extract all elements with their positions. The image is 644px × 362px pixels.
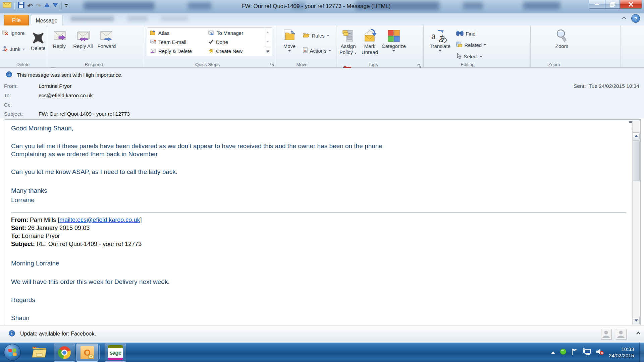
find-button[interactable]: Find: [454, 29, 488, 38]
categorize-label: Categorize: [382, 43, 406, 49]
next-item-icon[interactable]: [53, 3, 58, 9]
dropdown-arrow-icon: [22, 49, 25, 50]
delete-button[interactable]: Delete: [31, 29, 46, 65]
customize-qat-icon[interactable]: [64, 3, 68, 9]
quick-step-to-manager[interactable]: To Manager: [207, 28, 264, 38]
to-manager-icon: [208, 30, 214, 36]
help-icon[interactable]: ?: [631, 14, 640, 23]
quoted-to-line: To: Lorraine Pryor: [11, 232, 626, 240]
taskbar: O sage 10:33 24/02/2015: [0, 343, 644, 362]
taskbar-explorer-button[interactable]: [29, 344, 50, 361]
mark-unread-icon: [362, 28, 377, 43]
action-center-flag-icon[interactable]: [571, 348, 578, 357]
quick-step-done[interactable]: Done: [207, 38, 264, 47]
taskbar-clock[interactable]: 10:33 24/02/2015: [609, 346, 634, 359]
message-body[interactable]: Good Morning Shaun, Can you tell me if t…: [4, 119, 641, 326]
related-button[interactable]: Related: [454, 41, 488, 49]
quick-steps-more[interactable]: [264, 47, 271, 56]
people-pane-contact-icon[interactable]: [616, 329, 627, 340]
taskbar-divider: [101, 345, 101, 359]
zoom-button[interactable]: Zoom: [551, 27, 573, 63]
zoom-label: Zoom: [555, 43, 568, 49]
quick-steps-scrollbar: [264, 28, 271, 56]
reply-label: Reply: [53, 43, 66, 49]
scroll-down-arrow[interactable]: [633, 317, 640, 324]
folder-move-icon: [150, 30, 156, 36]
collapse-ribbon-icon[interactable]: [621, 15, 627, 21]
message-window-icon[interactable]: [3, 2, 11, 10]
sent-timestamp: Sent: Tue 24/02/2015 10:34: [574, 83, 639, 89]
restore-button[interactable]: [605, 0, 620, 9]
rules-button[interactable]: Rules: [301, 32, 332, 40]
quick-step-atlas[interactable]: Atlas: [149, 28, 206, 38]
ignore-button[interactable]: Ignore: [0, 29, 31, 37]
forward-label: Forward: [97, 43, 116, 49]
show-hidden-icons-button[interactable]: [551, 349, 555, 355]
tab-file[interactable]: File: [4, 15, 29, 26]
info-icon: [6, 71, 12, 79]
quick-step-team-email[interactable]: Team E-mail: [149, 38, 206, 47]
save-icon[interactable]: [18, 2, 24, 10]
select-button[interactable]: Select: [454, 52, 488, 61]
group-label-editing: Editing: [416, 62, 519, 67]
taskbar-sage-button[interactable]: sage: [105, 344, 126, 362]
reply-icon: [52, 28, 67, 43]
body-scrollbar[interactable]: [632, 120, 640, 325]
junk-button[interactable]: Junk: [0, 45, 31, 54]
scrollbar-thumb[interactable]: [633, 140, 640, 181]
redo-icon[interactable]: ↷: [36, 2, 41, 10]
previous-item-icon[interactable]: [44, 3, 50, 9]
zoom-magnifier-icon: [555, 28, 569, 43]
minimize-button[interactable]: [589, 0, 605, 9]
quick-step-label: To Manager: [217, 30, 243, 36]
dropdown-arrow-icon: [354, 53, 357, 54]
find-binoculars-icon: [456, 31, 464, 37]
people-pane-contact-icon[interactable]: [601, 329, 612, 340]
tray-status-icon[interactable]: [560, 348, 567, 356]
body-paragraph: Can you let me know ASAP, as I need to c…: [11, 168, 626, 176]
group-label-zoom: Zoom: [519, 62, 589, 67]
quick-steps-scroll-down[interactable]: [264, 37, 271, 47]
scroll-up-arrow[interactable]: [633, 132, 640, 139]
quick-step-label: Atlas: [158, 30, 169, 36]
dropdown-arrow-icon: [328, 50, 331, 51]
move-button[interactable]: Move: [279, 27, 300, 63]
qat-separator: [14, 2, 15, 9]
volume-muted-icon[interactable]: [596, 348, 604, 356]
quick-step-create-new[interactable]: Create New: [207, 47, 264, 56]
tab-message[interactable]: Message: [31, 15, 62, 26]
categorize-button[interactable]: Categorize: [381, 27, 407, 63]
reply-all-button[interactable]: Reply All: [72, 27, 94, 63]
translate-button[interactable]: aあ Translate: [427, 27, 453, 63]
quick-step-reply-delete[interactable]: Reply & Delete: [149, 47, 206, 56]
translate-label: Translate: [430, 43, 450, 49]
title-bar: ↶ ↷ FW: Our ref Quot-1409 - your ref 127…: [0, 0, 644, 13]
undo-icon[interactable]: ↶: [28, 2, 33, 10]
network-icon[interactable]: [583, 348, 591, 357]
reply-button[interactable]: Reply: [48, 27, 70, 63]
taskbar-outlook-button[interactable]: O: [76, 344, 98, 362]
quick-steps-scroll-up[interactable]: [264, 28, 271, 37]
mark-unread-button[interactable]: Mark Unread: [360, 27, 379, 63]
close-button[interactable]: [620, 0, 642, 9]
forward-icon: [99, 28, 114, 43]
mailto-link[interactable]: mailto:ecs@efield.karoo.co.uk: [59, 217, 140, 223]
assign-policy-button[interactable]: Assign Policy: [338, 27, 359, 63]
show-desktop-button[interactable]: [639, 343, 644, 362]
dropdown-arrow-icon: [327, 35, 329, 36]
windows-logo-icon: [4, 344, 21, 361]
taskbar-chrome-button[interactable]: [54, 344, 75, 362]
explorer-folder-icon: [32, 345, 47, 359]
actions-button[interactable]: Actions: [301, 46, 332, 55]
forward-button[interactable]: Forward: [96, 27, 118, 63]
people-pane-collapse-icon[interactable]: [636, 330, 641, 336]
background-blur: [463, 2, 483, 9]
clock-time: 10:33: [609, 346, 634, 352]
delete-icon: [32, 31, 45, 45]
background-blur: [523, 2, 560, 9]
start-button[interactable]: [2, 344, 23, 361]
quoted-message-divider: [11, 212, 626, 213]
ignore-label: Ignore: [10, 30, 25, 36]
quick-step-label: Create New: [216, 48, 243, 54]
quoted-subject-label: Subject:: [11, 241, 35, 247]
